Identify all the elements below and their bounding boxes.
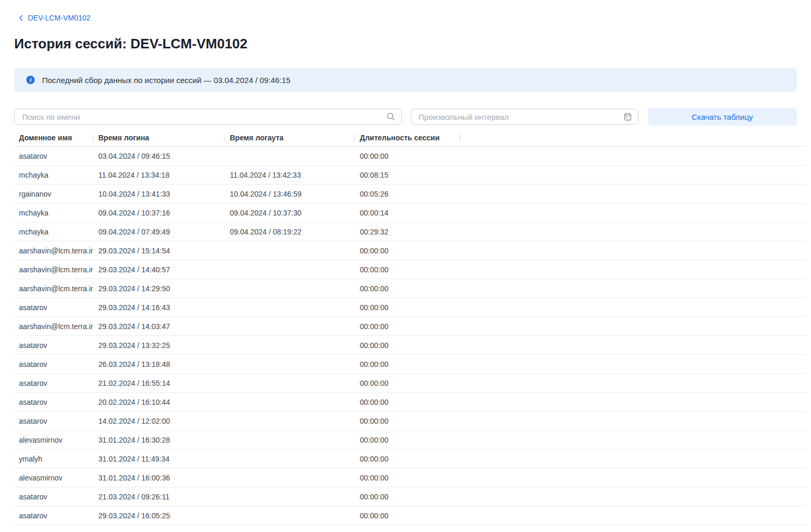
cell-filler (460, 147, 806, 165)
cell-domain: ymalyh (14, 449, 93, 468)
cell-logout-time: 09.04.2024 / 08:19:22 (225, 222, 354, 241)
cell-login-time: 11.04.2024 / 13:34:18 (93, 166, 225, 184)
column-header-login-time: Время логина (93, 129, 225, 146)
cell-filler (460, 468, 806, 487)
cell-login-time: 31.01.2024 / 16:30:28 (93, 431, 225, 449)
table-row: asatarov 20.02.2024 / 16:10:44 00:00:00 (14, 393, 806, 412)
table-row: asatarov 21.02.2024 / 16:55:14 00:00:00 (14, 374, 806, 393)
column-header-logout-time: Время логаута (225, 129, 354, 146)
cell-duration: 00:00:00 (354, 317, 460, 335)
cell-logout-time (225, 487, 354, 506)
cell-login-time: 26.03.2024 / 13:18:48 (93, 355, 225, 373)
table-body: asatarov 03.04.2024 / 09:46:15 00:00:00 … (14, 147, 806, 525)
cell-filler (460, 506, 806, 525)
table-row: aarshavin@lcm.terra.in 29.03.2024 / 15:1… (14, 241, 806, 260)
cell-duration: 00:00:00 (354, 241, 460, 260)
table-row: ymalyh 31.01.2024 / 11:49:34 00:00:00 (14, 449, 806, 468)
cell-logout-time (225, 355, 354, 373)
cell-filler (460, 355, 806, 373)
cell-login-time: 21.03.2024 / 09:26:11 (93, 487, 225, 506)
table-row: alevasmirnov 31.01.2024 / 16:00:36 00:00… (14, 468, 806, 487)
cell-domain: asatarov (14, 374, 93, 392)
cell-login-time: 03.04.2024 / 09:46:15 (93, 147, 225, 165)
cell-duration: 00:00:00 (354, 487, 460, 506)
cell-domain: asatarov (14, 487, 93, 506)
cell-domain: alevasmirnov (14, 431, 93, 449)
cell-duration: 00:00:00 (354, 336, 460, 354)
table-row: mchayka 09.04.2024 / 07:49:49 09.04.2024… (14, 222, 806, 241)
chevron-left-icon (18, 15, 24, 21)
cell-domain: asatarov (14, 355, 93, 373)
cell-filler (460, 431, 806, 449)
cell-login-time: 29.03.2024 / 14:29:50 (93, 279, 225, 298)
cell-filler (460, 336, 806, 354)
cell-domain: asatarov (14, 506, 93, 525)
cell-logout-time (225, 260, 354, 279)
cell-logout-time (225, 147, 354, 165)
cell-filler (460, 222, 806, 241)
cell-duration: 00:08:15 (354, 166, 460, 184)
cell-login-time: 09.04.2024 / 10:37:16 (93, 203, 225, 222)
cell-filler (460, 279, 806, 298)
cell-login-time: 29.03.2024 / 14:03:47 (93, 317, 225, 335)
table-row: asatarov 29.03.2024 / 13:32:25 00:00:00 (14, 336, 806, 355)
table-header: Доменное имя Время логина Время логаута … (14, 129, 806, 147)
cell-duration: 00:00:00 (354, 393, 460, 411)
table-row: aarshavin@lcm.terra.in 29.03.2024 / 14:0… (14, 317, 806, 336)
cell-domain: aarshavin@lcm.terra.in (14, 260, 93, 279)
search-field-wrap (14, 109, 402, 125)
cell-filler (460, 449, 806, 468)
date-range-input[interactable] (411, 109, 638, 125)
cell-logout-time: 09.04.2024 / 10:37:30 (225, 203, 354, 222)
cell-login-time: 29.03.2024 / 16:05:25 (93, 506, 225, 525)
cell-login-time: 10.04.2024 / 13:41:33 (93, 185, 225, 203)
cell-filler (460, 166, 806, 184)
cell-logout-time (225, 279, 354, 298)
cell-duration: 00:00:00 (354, 298, 460, 316)
cell-filler (460, 374, 806, 392)
back-link[interactable]: DEV-LCM-VM0102 (18, 14, 90, 22)
table-row: rgainanov 10.04.2024 / 13:41:33 10.04.20… (14, 185, 806, 203)
search-icon (387, 112, 396, 121)
cell-logout-time (225, 431, 354, 449)
info-icon: i (26, 76, 35, 84)
column-header-filler (460, 129, 806, 146)
cell-logout-time (225, 298, 354, 316)
table-row: aarshavin@lcm.terra.in 29.03.2024 / 14:2… (14, 279, 806, 298)
cell-login-time: 09.04.2024 / 07:49:49 (93, 222, 225, 241)
cell-logout-time (225, 241, 354, 260)
cell-login-time: 31.01.2024 / 11:49:34 (93, 449, 225, 468)
cell-domain: asatarov (14, 412, 93, 430)
cell-domain: aarshavin@lcm.terra.in (14, 279, 93, 298)
search-input[interactable] (14, 109, 402, 125)
cell-domain: asatarov (14, 336, 93, 354)
date-range-field-wrap (411, 109, 638, 125)
cell-filler (460, 487, 806, 506)
cell-duration: 00:00:00 (354, 374, 460, 392)
cell-filler (460, 298, 806, 316)
table-row: asatarov 14.02.2024 / 12:02:00 00:00:00 (14, 412, 806, 431)
cell-login-time: 14.02.2024 / 12:02:00 (93, 412, 225, 430)
table-row: asatarov 03.04.2024 / 09:46:15 00:00:00 (14, 147, 806, 166)
cell-login-time: 21.02.2024 / 16:55:14 (93, 374, 225, 392)
cell-logout-time: 10.04.2024 / 13:46:59 (225, 185, 354, 203)
cell-domain: asatarov (14, 298, 93, 316)
cell-duration: 00:00:00 (354, 147, 460, 165)
cell-domain: mchayka (14, 166, 93, 184)
cell-filler (460, 393, 806, 411)
cell-logout-time (225, 393, 354, 411)
table-row: asatarov 21.03.2024 / 09:26:11 00:00:00 (14, 487, 806, 506)
cell-domain: asatarov (14, 147, 93, 165)
cell-duration: 00:00:14 (354, 203, 460, 222)
cell-duration: 00:00:00 (354, 431, 460, 449)
cell-login-time: 31.01.2024 / 16:00:36 (93, 468, 225, 487)
cell-logout-time: 11.04.2024 / 13:42:33 (225, 166, 354, 184)
download-table-button[interactable]: Скачать таблицу (648, 108, 797, 126)
cell-domain: asatarov (14, 393, 93, 411)
cell-duration: 00:00:00 (354, 260, 460, 279)
table-row: mchayka 09.04.2024 / 10:37:16 09.04.2024… (14, 203, 806, 222)
cell-logout-time (225, 336, 354, 354)
cell-login-time: 20.02.2024 / 16:10:44 (93, 393, 225, 411)
table-row: asatarov 26.03.2024 / 13:18:48 00:00:00 (14, 355, 806, 374)
cell-filler (460, 203, 806, 222)
